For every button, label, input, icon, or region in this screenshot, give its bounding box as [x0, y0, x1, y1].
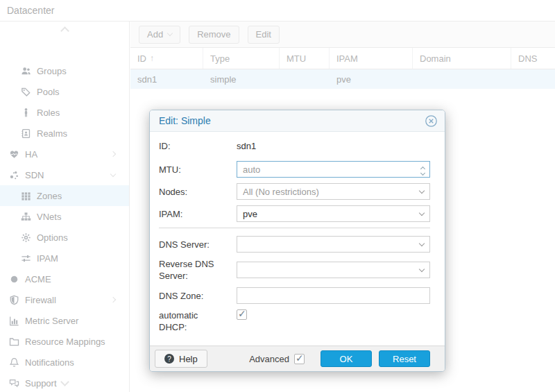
edit-simple-dialog: Edit: Simple ID: sdn1 MTU:: [149, 110, 445, 372]
field-row-mtu: MTU:: [159, 161, 430, 178]
advanced-label: Advanced: [249, 354, 289, 364]
ipam-combo: [237, 205, 430, 222]
id-value: sdn1: [237, 141, 256, 151]
nodes-input[interactable]: [237, 184, 414, 199]
nodes-label: Nodes:: [159, 186, 237, 198]
field-row-ipam: IPAM:: [159, 205, 430, 222]
mtu-label: MTU:: [159, 164, 237, 176]
field-row-nodes: Nodes:: [159, 183, 430, 200]
field-row-id: ID: sdn1: [159, 140, 430, 152]
close-icon[interactable]: [425, 114, 438, 128]
chevron-down-icon: [419, 240, 425, 246]
dns-server-label: DNS Server:: [159, 239, 237, 250]
id-label: ID:: [159, 140, 237, 152]
mtu-input[interactable]: [237, 162, 416, 177]
ok-button[interactable]: OK: [321, 350, 372, 367]
dns-zone-field: [237, 287, 430, 304]
field-row-dns-zone: DNS Zone:: [159, 287, 430, 304]
reverse-dns-label: Reverse DNS Server:: [159, 258, 237, 282]
ipam-label: IPAM:: [159, 208, 237, 220]
nodes-combo: [237, 183, 430, 200]
dns-zone-input[interactable]: [237, 287, 430, 304]
dialog-footer: ? Help Advanced OK Reset: [150, 346, 445, 371]
reverse-dns-combo: [237, 262, 430, 278]
chevron-down-icon: [419, 266, 425, 271]
question-circle-icon: ?: [164, 354, 174, 364]
dialog-body: ID: sdn1 MTU: Nodes:: [150, 132, 445, 346]
mtu-spinner: [237, 161, 430, 178]
spinner-buttons[interactable]: [416, 162, 429, 177]
chevron-down-icon: [419, 187, 425, 193]
reset-button[interactable]: Reset: [379, 350, 430, 367]
combo-trigger[interactable]: [414, 184, 429, 199]
dns-server-input[interactable]: [237, 237, 414, 252]
combo-trigger[interactable]: [414, 237, 429, 252]
section-divider: [159, 228, 430, 228]
chevron-down-icon: [419, 210, 425, 215]
reverse-dns-input[interactable]: [237, 262, 414, 278]
proxmox-datacenter-screen: Datacenter Groups Pools: [0, 0, 555, 392]
advanced-checkbox[interactable]: [294, 354, 305, 364]
field-row-auto-dhcp: automatic DHCP:: [159, 309, 430, 333]
dialog-header[interactable]: Edit: Simple: [150, 110, 445, 132]
ipam-input[interactable]: [237, 206, 414, 221]
auto-dhcp-label: automatic DHCP:: [159, 309, 237, 333]
combo-trigger[interactable]: [414, 206, 429, 221]
dns-server-combo: [237, 236, 430, 253]
combo-trigger[interactable]: [414, 262, 429, 278]
dialog-title: Edit: Simple: [159, 115, 211, 126]
field-row-reverse-dns: Reverse DNS Server:: [159, 258, 430, 282]
field-row-dns-server: DNS Server:: [159, 236, 430, 253]
help-button[interactable]: ? Help: [155, 350, 207, 368]
spinner-down-icon[interactable]: [420, 170, 425, 175]
dns-zone-label: DNS Zone:: [159, 290, 237, 302]
auto-dhcp-checkbox[interactable]: [237, 309, 247, 320]
